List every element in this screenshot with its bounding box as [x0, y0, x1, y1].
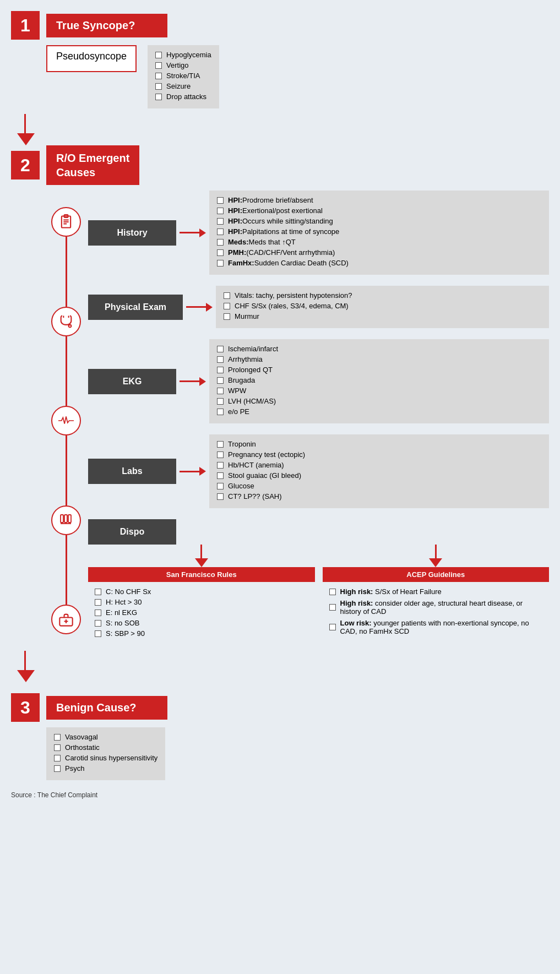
top-spacer — [88, 508, 549, 519]
section2-header: 2 R/O EmergentCauses — [11, 145, 549, 185]
checklist-text: Carotid sinus hypersensitivity — [65, 754, 157, 762]
checkbox[interactable] — [155, 94, 162, 100]
arrow-line — [180, 232, 199, 233]
section3: 3 Benign Cause? VasovagalOrthostaticCaro… — [11, 693, 549, 780]
section1-checklist: HypoglycemiaVertigoStroke/TIASeizureDrop… — [148, 45, 219, 108]
checkbox[interactable] — [217, 493, 224, 500]
detail-rest: (CAD/CHF/Vent arrhythmia) — [246, 248, 335, 257]
sf-vert-line — [200, 545, 202, 558]
ekg-box: EKG — [88, 369, 176, 394]
detail-text: Arrhythmia — [228, 355, 263, 363]
section3-title: Benign Cause? — [46, 696, 167, 720]
detail-item: Brugada — [217, 376, 541, 384]
detail-rest: Exertional/post exertional — [242, 206, 323, 215]
sf-item: H: Hct > 30 — [95, 598, 308, 606]
checkbox[interactable] — [54, 765, 61, 772]
checkbox[interactable] — [217, 441, 224, 448]
checkbox[interactable] — [217, 367, 224, 373]
sf-item: E: nl EKG — [95, 608, 308, 617]
section1: 1 True Syncope? Pseudosyncope Hypoglycem… — [11, 11, 549, 108]
checkbox[interactable] — [95, 620, 101, 627]
sf-item: S: no SOB — [95, 619, 308, 627]
arrow-line — [180, 380, 199, 382]
arrow-right-history — [180, 228, 206, 237]
sf-item: S: SBP > 90 — [95, 629, 308, 638]
detail-item: Hb/HCT (anemia) — [217, 461, 541, 469]
checkbox[interactable] — [155, 73, 162, 79]
checkbox[interactable] — [217, 218, 224, 225]
pseudosyncope-label: Pseudosyncope — [56, 51, 127, 62]
dispo-split-area: San Francisco Rules C: No CHF SxH: Hct >… — [88, 545, 549, 645]
detail-bold: Meds: — [228, 238, 249, 246]
checkbox[interactable] — [329, 624, 336, 630]
acep-guidelines-box: ACEP Guidelines High risk: S/Sx of Heart… — [323, 567, 550, 644]
labs-details: TroponinPregnancy test (ectopic)Hb/HCT (… — [209, 434, 549, 508]
checkbox[interactable] — [217, 346, 224, 352]
checkbox[interactable] — [217, 377, 224, 384]
detail-bold: PMH: — [228, 248, 246, 257]
checkbox[interactable] — [329, 604, 336, 611]
flow-items-column: History HPI: Prodrome brief/absentHPI: E… — [88, 191, 549, 645]
svg-rect-11 — [68, 515, 71, 523]
top-spacer — [88, 328, 549, 339]
acep-content: High risk: S/Sx of Heart FailureHigh ris… — [323, 582, 550, 644]
checkbox[interactable] — [217, 409, 224, 415]
acep-header: ACEP Guidelines — [323, 567, 550, 582]
checkbox[interactable] — [217, 208, 224, 214]
checkbox[interactable] — [95, 630, 101, 637]
checkbox[interactable] — [95, 610, 101, 616]
checkbox[interactable] — [217, 451, 224, 458]
detail-bold: HPI: — [228, 227, 242, 236]
checkbox[interactable] — [95, 599, 101, 606]
checkbox[interactable] — [95, 589, 101, 595]
checkbox[interactable] — [217, 239, 224, 246]
checkbox[interactable] — [54, 755, 61, 761]
arrow-line — [180, 471, 199, 472]
checkbox[interactable] — [54, 734, 61, 741]
arrow-head — [199, 467, 206, 476]
checkbox[interactable] — [217, 483, 224, 489]
checkbox[interactable] — [217, 398, 224, 405]
vert-line-4 — [66, 535, 67, 605]
arrow-down-2 — [17, 670, 35, 682]
section3-header: 3 Benign Cause? — [11, 693, 549, 722]
detail-item: CT? LP?? (SAH) — [217, 492, 541, 500]
checklist-item: Vasovagal — [54, 733, 157, 741]
detail-item: Stool guaiac (GI bleed) — [217, 471, 541, 480]
checkbox[interactable] — [217, 472, 224, 479]
sf-branch: San Francisco Rules C: No CHF SxH: Hct >… — [88, 545, 315, 645]
checkbox[interactable] — [224, 313, 230, 320]
detail-rest: Occurs while sitting/standing — [242, 217, 333, 225]
flow-row-physical-exam: Physical Exam Vitals: tachy, persistent … — [88, 275, 549, 328]
arrow-head — [199, 228, 206, 237]
checkbox[interactable] — [224, 303, 230, 309]
connector-2-3 — [24, 651, 549, 682]
checkbox[interactable] — [224, 292, 230, 299]
detail-text: Hb/HCT (anemia) — [228, 461, 284, 469]
checkbox[interactable] — [155, 52, 162, 58]
checkbox[interactable] — [217, 388, 224, 394]
acep-item: High risk: consider older age, structura… — [329, 599, 543, 616]
checkbox[interactable] — [329, 589, 336, 595]
checkbox[interactable] — [155, 83, 162, 90]
clipboard-icon — [58, 214, 74, 230]
checkbox[interactable] — [217, 356, 224, 363]
box-row-history: History HPI: Prodrome brief/absentHPI: E… — [88, 191, 549, 275]
checkbox[interactable] — [217, 228, 224, 235]
checkbox[interactable] — [155, 62, 162, 69]
acep-bold: High risk: — [340, 599, 373, 607]
checkbox[interactable] — [217, 260, 224, 266]
checkbox[interactable] — [217, 249, 224, 256]
checklist-item: Carotid sinus hypersensitivity — [54, 754, 157, 762]
top-spacer — [88, 423, 549, 434]
checkbox[interactable] — [54, 744, 61, 751]
ekg-waveform-icon — [58, 413, 74, 428]
detail-text: Murmur — [235, 312, 259, 320]
box-row-labs: Labs TroponinPregnancy test (ectopic)Hb/… — [88, 434, 549, 508]
svg-rect-10 — [64, 515, 67, 523]
checklist-item: Orthostatic — [54, 743, 157, 752]
arrow-right-physical-exam — [186, 303, 213, 312]
checkbox[interactable] — [217, 462, 224, 469]
detail-item: Arrhythmia — [217, 355, 541, 363]
checkbox[interactable] — [217, 197, 224, 204]
